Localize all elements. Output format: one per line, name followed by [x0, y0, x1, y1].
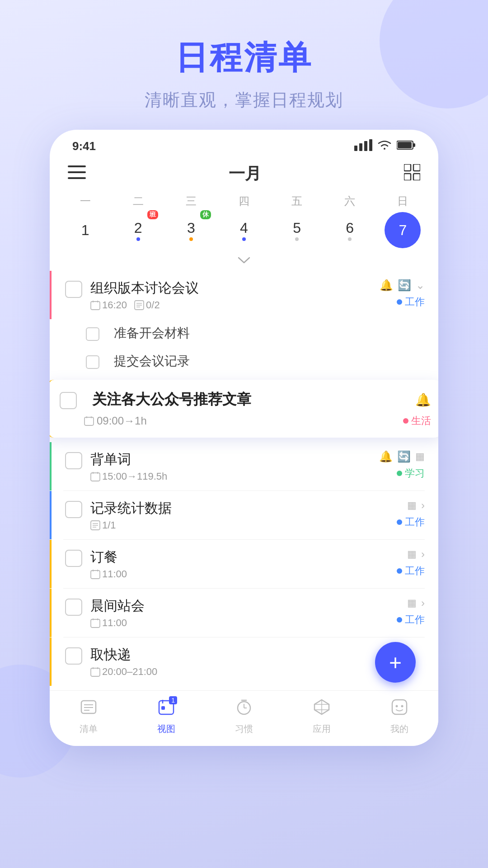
floating-card-checkbox[interactable] — [60, 392, 77, 409]
svg-rect-0 — [354, 146, 357, 151]
task-checkbox[interactable] — [65, 599, 82, 616]
floating-tag: 生活 — [403, 414, 431, 428]
task-title: 组织版本讨论会议 — [90, 279, 371, 297]
task-item[interactable]: 背单词 15:00→119.5h 🔔 🔄 ▦ — [50, 442, 438, 491]
date-1[interactable]: 1 — [67, 212, 103, 248]
calendar-weekdays: 一 二 三 四 五 六 日 — [50, 185, 438, 212]
task-checkbox[interactable] — [65, 452, 82, 469]
task-tag: 工作 — [397, 295, 425, 309]
nav-item-profile[interactable]: 我的 — [361, 698, 438, 735]
task-item[interactable]: 订餐 11:00 ▦ › 工作 — [50, 540, 438, 588]
svg-rect-11 — [413, 164, 420, 171]
task-title: 订餐 — [90, 548, 371, 566]
subtask-checkbox[interactable] — [86, 355, 99, 369]
weekday-wed: 三 — [173, 194, 209, 208]
add-task-button[interactable]: + — [375, 642, 416, 683]
bell-icon[interactable]: 🔔 — [380, 279, 393, 292]
bell-icon[interactable]: 🔔 — [379, 450, 393, 463]
svg-rect-56 — [392, 700, 407, 714]
chevron-right-icon[interactable]: › — [421, 499, 425, 512]
grid-icon[interactable]: ▦ — [415, 451, 425, 462]
floating-card[interactable]: 关注各大公众号推荐文章 🔔 09:00→1h 生活 — [50, 380, 438, 438]
grid-icon[interactable]: ▦ — [407, 548, 417, 560]
svg-rect-5 — [413, 143, 415, 147]
task-content: 订餐 11:00 — [90, 548, 371, 580]
signal-icon — [354, 139, 372, 154]
svg-rect-6 — [398, 142, 412, 148]
task-meta: 1/1 — [90, 519, 371, 531]
svg-rect-13 — [413, 174, 420, 180]
svg-point-58 — [401, 705, 404, 708]
nav-item-list[interactable]: 清单 — [50, 698, 127, 735]
chevron-right-icon[interactable]: › — [421, 548, 425, 561]
task-content: 取快递 20:00–21:00 — [90, 646, 371, 678]
date-3[interactable]: 休 3 — [173, 212, 209, 248]
cycle-icon[interactable]: 🔄 — [398, 279, 411, 292]
subtask-item[interactable]: 准备开会材料 — [50, 319, 438, 347]
subtask-title: 提交会议记录 — [114, 353, 190, 370]
month-title: 一月 — [229, 163, 261, 185]
calendar-dates: 1 班 2 休 3 4 5 6 — [50, 212, 438, 253]
nav-icon-wrap-apps — [313, 698, 331, 720]
weekday-sat: 六 — [332, 194, 368, 208]
grid-icon[interactable]: ▦ — [407, 597, 417, 609]
cycle-icon[interactable]: 🔄 — [397, 450, 411, 463]
task-item[interactable]: 记录统计数据 1/1 ▦ › 工作 — [50, 491, 438, 539]
task-actions: ▦ › 工作 — [371, 499, 425, 529]
face-icon — [390, 701, 408, 720]
weekday-sun: 日 — [385, 194, 421, 208]
nav-label-view: 视图 — [157, 723, 175, 735]
svg-rect-9 — [68, 177, 86, 179]
calendar-expand-btn[interactable] — [50, 253, 438, 271]
nav-item-apps[interactable]: 应用 — [283, 698, 361, 735]
task-meta: 11:00 — [90, 617, 371, 629]
floating-card-header: 关注各大公众号推荐文章 🔔 — [60, 390, 431, 410]
task-item[interactable]: 组织版本讨论会议 16:20 0/2 🔔 — [50, 271, 438, 319]
subtask-checkbox[interactable] — [86, 327, 99, 341]
wifi-icon — [377, 139, 392, 154]
svg-rect-12 — [404, 174, 411, 180]
status-bar: 9:41 — [50, 130, 438, 158]
task-tag: 工作 — [397, 515, 425, 529]
task-meta: 20:00–21:00 — [90, 666, 371, 678]
task-item[interactable]: 晨间站会 11:00 ▦ › 工作 — [50, 589, 438, 637]
task-title: 背单词 — [90, 450, 371, 468]
weekday-thu: 四 — [226, 194, 262, 208]
date-5[interactable]: 5 — [279, 212, 315, 248]
calendar-view-icon[interactable] — [404, 164, 420, 184]
nav-item-habit[interactable]: 习惯 — [205, 698, 283, 735]
clock-icon — [235, 701, 253, 720]
svg-rect-47 — [161, 706, 165, 710]
task-actions: ▦ › 工作 — [371, 597, 425, 627]
nav-item-view[interactable]: 1 视图 — [127, 698, 205, 735]
chevron-down-icon[interactable]: ⌄ — [416, 279, 425, 292]
floating-bell-icon[interactable]: 🔔 — [415, 392, 431, 407]
task-actions: ▦ › 工作 — [371, 548, 425, 578]
date-6[interactable]: 6 — [332, 212, 368, 248]
task-meta: 16:20 0/2 — [90, 299, 371, 311]
date-4[interactable]: 4 — [226, 212, 262, 248]
menu-icon[interactable] — [68, 165, 86, 183]
nav-icon-wrap-list — [80, 698, 98, 720]
date-7[interactable]: 7 — [385, 212, 421, 248]
subtask-item[interactable]: 提交会议记录 — [50, 347, 438, 375]
task-checkbox[interactable] — [65, 501, 82, 518]
weekday-fri: 五 — [279, 194, 315, 208]
task-time: 20:00–21:00 — [90, 666, 157, 678]
bottom-nav: 清单 1 视图 — [50, 690, 438, 746]
chevron-right-icon[interactable]: › — [421, 597, 425, 609]
svg-rect-3 — [369, 139, 372, 151]
nav-icon-wrap-habit — [235, 698, 253, 720]
task-tag: 工作 — [397, 564, 425, 578]
list-icon — [80, 701, 98, 720]
grid-icon[interactable]: ▦ — [407, 500, 417, 511]
floating-card-meta: 09:00→1h 生活 — [84, 414, 431, 428]
date-2[interactable]: 班 2 — [120, 212, 156, 248]
task-tag: 工作 — [397, 613, 425, 627]
status-time: 9:41 — [72, 139, 96, 153]
task-checkbox[interactable] — [65, 647, 82, 665]
calendar-header: 一月 — [50, 158, 438, 185]
task-checkbox[interactable] — [65, 281, 82, 298]
task-checkbox[interactable] — [65, 550, 82, 567]
nav-label-apps: 应用 — [313, 723, 331, 735]
